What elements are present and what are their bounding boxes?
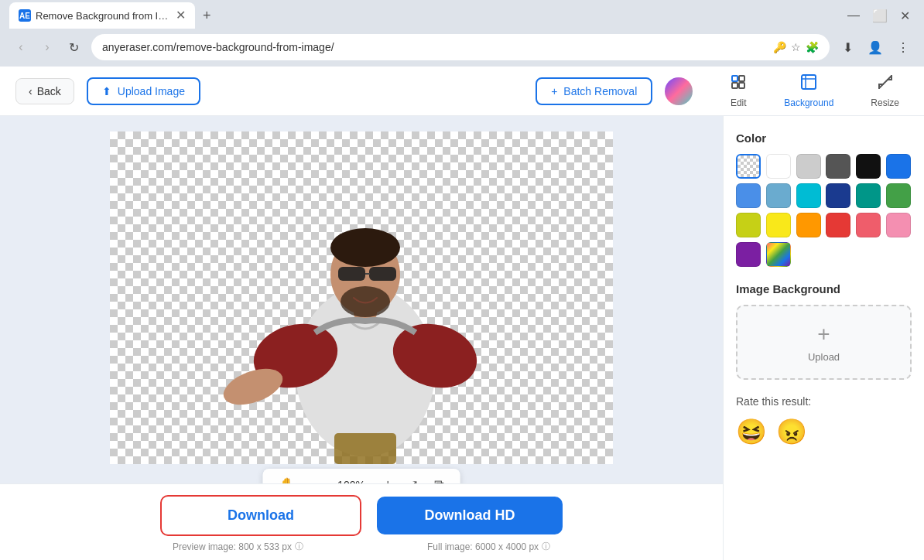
- tab-title: Remove Background from Ima...: [36, 10, 171, 22]
- rate-title: Rate this result:: [736, 395, 912, 408]
- color-swatch-darkgray[interactable]: [826, 154, 850, 179]
- tab-favicon: AE: [19, 9, 31, 22]
- color-swatch-blue[interactable]: [886, 154, 911, 179]
- color-swatch-yellow[interactable]: [766, 213, 791, 237]
- edit-icon: [730, 73, 747, 94]
- back-nav-button[interactable]: ‹: [9, 36, 33, 59]
- color-grid: [736, 154, 912, 267]
- happy-emoji-button[interactable]: 😆: [736, 417, 767, 446]
- address-bar[interactable]: anyeraser.com/remove-background-from-ima…: [91, 34, 830, 60]
- toolbar-item-background[interactable]: Background: [775, 70, 843, 111]
- right-panel: Color: [723, 116, 924, 560]
- color-swatch-salmon[interactable]: [856, 213, 881, 237]
- color-swatch-teal[interactable]: [796, 183, 821, 208]
- svg-line-7: [879, 76, 891, 88]
- image-background-section: Image Background + Upload: [736, 282, 912, 380]
- avatar[interactable]: [665, 77, 693, 105]
- main-area: ✋ − 100% + ⤢ ⧉ Download Download HD: [0, 116, 924, 560]
- color-title: Color: [736, 131, 912, 145]
- color-swatch-red[interactable]: [826, 213, 850, 237]
- plus-upload-icon: +: [817, 322, 830, 347]
- upload-image-button[interactable]: ⬆ Upload Image: [87, 77, 200, 105]
- toolbar-item-edit[interactable]: Edit: [720, 70, 756, 111]
- batch-removal-button[interactable]: + Batch Removal: [536, 77, 652, 105]
- address-bar-url: anyeraser.com/remove-background-from-ima…: [102, 41, 767, 53]
- svg-rect-1: [739, 76, 744, 81]
- browser-addressbar: ‹ › ↻ anyeraser.com/remove-background-fr…: [0, 31, 924, 67]
- edit-label: Edit: [731, 97, 747, 108]
- tab-close-icon[interactable]: ✕: [176, 9, 186, 22]
- browser-right-icons: ⬇ 👤 ⋮: [836, 36, 915, 59]
- reload-button[interactable]: ↻: [62, 36, 85, 59]
- download-hd-button[interactable]: Download HD: [377, 497, 563, 534]
- color-swatch-lightgray[interactable]: [796, 154, 821, 179]
- full-info-icon[interactable]: ⓘ: [542, 541, 550, 552]
- svg-rect-19: [334, 433, 396, 464]
- browser-titlebar: AE Remove Background from Ima... ✕ + — ⬜…: [0, 0, 924, 31]
- resize-icon: [877, 73, 894, 94]
- browser-chrome: AE Remove Background from Ima... ✕ + — ⬜…: [0, 0, 924, 67]
- color-swatch-lime[interactable]: [736, 213, 761, 237]
- svg-rect-16: [338, 267, 365, 281]
- extension-icon[interactable]: 🧩: [806, 41, 819, 53]
- color-swatch-green2[interactable]: [856, 183, 881, 208]
- color-swatch-steelblue[interactable]: [766, 183, 791, 208]
- person-image: [110, 131, 613, 464]
- download-button[interactable]: Download: [160, 495, 361, 536]
- background-label: Background: [784, 97, 833, 108]
- color-swatch-transparent[interactable]: [736, 154, 761, 179]
- preview-info-icon[interactable]: ⓘ: [295, 541, 303, 552]
- maximize-button[interactable]: ⬜: [868, 7, 892, 25]
- bookmark-icon[interactable]: ☆: [791, 41, 801, 53]
- app-container: ‹ Back ⬆ Upload Image + Batch Removal: [0, 67, 924, 560]
- svg-rect-17: [369, 267, 396, 281]
- resize-label: Resize: [871, 97, 899, 108]
- download-browser-button[interactable]: ⬇: [836, 36, 859, 59]
- browser-tabs: AE Remove Background from Ima... ✕ +: [9, 2, 833, 29]
- address-bar-icons: 🔑 ☆ 🧩: [773, 41, 819, 53]
- color-swatch-white[interactable]: [766, 154, 791, 179]
- menu-button[interactable]: ⋮: [891, 36, 915, 59]
- color-swatch-pink[interactable]: [886, 213, 911, 237]
- angry-emoji-button[interactable]: 😠: [776, 417, 807, 446]
- svg-point-15: [341, 286, 390, 317]
- close-button[interactable]: ✕: [895, 7, 915, 25]
- color-swatch-cornflower[interactable]: [736, 183, 761, 208]
- back-label: Back: [37, 85, 61, 97]
- download-hd-label: Download HD: [425, 507, 515, 523]
- back-button[interactable]: ‹ Back: [15, 78, 74, 104]
- upload-bg-box[interactable]: + Upload: [736, 305, 912, 380]
- canvas-image: [110, 131, 613, 464]
- rate-section: Rate this result: 😆 😠: [736, 395, 912, 446]
- svg-rect-4: [802, 75, 816, 89]
- svg-rect-3: [739, 83, 744, 88]
- toolbar-icons: Edit Background: [720, 70, 909, 111]
- preview-info: Preview image: 800 x 533 px: [173, 541, 292, 552]
- svg-rect-2: [732, 83, 737, 88]
- browser-tab-active[interactable]: AE Remove Background from Ima... ✕: [9, 2, 195, 29]
- minimize-button[interactable]: —: [843, 7, 864, 25]
- color-section: Color: [736, 131, 912, 267]
- color-swatch-gradient[interactable]: [766, 242, 791, 267]
- image-bg-title: Image Background: [736, 282, 912, 295]
- toolbar-item-resize[interactable]: Resize: [861, 70, 909, 111]
- profile-button[interactable]: 👤: [864, 36, 887, 59]
- svg-rect-0: [732, 76, 737, 81]
- canvas-area: ✋ − 100% + ⤢ ⧉ Download Download HD: [0, 116, 723, 560]
- color-swatch-orange[interactable]: [796, 213, 821, 237]
- color-swatch-navy[interactable]: [826, 183, 850, 208]
- color-swatch-green3[interactable]: [886, 183, 911, 208]
- upload-label: Upload Image: [118, 85, 185, 97]
- password-icon: 🔑: [773, 41, 786, 53]
- forward-nav-button[interactable]: ›: [36, 36, 59, 59]
- svg-point-14: [330, 228, 400, 267]
- plus-icon: +: [551, 85, 557, 97]
- new-tab-button[interactable]: +: [198, 8, 216, 24]
- background-icon: [800, 73, 817, 94]
- window-controls: — ⬜ ✕: [843, 7, 915, 25]
- browser-nav: ‹ › ↻: [9, 36, 85, 59]
- canvas-wrapper: [110, 131, 613, 464]
- color-swatch-black[interactable]: [856, 154, 881, 179]
- color-swatch-purple[interactable]: [736, 242, 761, 267]
- bottom-info-bar: Preview image: 800 x 533 px ⓘ Full image…: [31, 541, 692, 552]
